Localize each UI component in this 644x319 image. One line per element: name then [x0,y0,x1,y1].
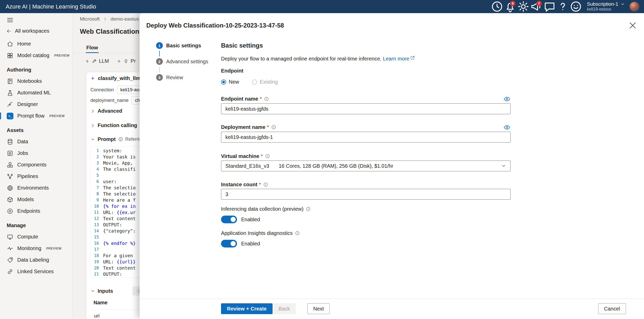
sidebar-item-label: Environments [17,185,49,191]
sidebar-item-jobs[interactable]: Jobs [0,147,72,159]
line-number: 15 [91,234,103,240]
sidebar-item-pipelines[interactable]: Pipelines [0,171,72,182]
learn-more-link[interactable]: Learn more [383,56,415,62]
back-arrow-icon [7,29,11,33]
step-number: 1 [156,42,163,49]
history-icon[interactable] [490,0,504,13]
endpoint-name-input[interactable] [221,103,511,114]
smiley-feedback-icon[interactable] [569,0,582,13]
sidebar-item-notebooks[interactable]: Notebooks [0,75,72,87]
designer-icon [7,101,13,108]
sidebar-nav: HomeModel catalogPREVIEWAuthoringNoteboo… [0,38,72,277]
eye-icon[interactable] [503,95,511,103]
chevron-right-icon [90,123,95,128]
code-text: OUTPUT: [103,222,122,228]
sidebar-item-endpoints[interactable]: Endpoints [0,205,72,217]
notification-badge: 9 [510,1,515,6]
info-icon[interactable] [264,96,269,101]
instance-count-input[interactable] [221,189,511,200]
subscription-switcher[interactable]: Subscription-1 keli19-eastus [587,1,625,12]
tab-flow[interactable]: Flow [86,45,98,53]
radio-new[interactable]: New [221,79,239,85]
wizard-step-review[interactable]: 3Review [156,74,208,81]
topbar-icon-group: 97 [490,0,582,13]
sidebar-item-label: Monitoring [17,245,41,251]
info-icon[interactable] [265,154,270,159]
notebook-icon [7,78,13,85]
sidebar-item-data-labeling[interactable]: Data Labeling [0,254,72,266]
back-button[interactable]: Back [273,303,296,314]
input-row-url: url [94,313,99,319]
line-number: 17 [91,246,103,253]
section-prompt[interactable]: Prompt Referring [90,136,144,142]
sidebar-item-models[interactable]: Models [0,194,72,205]
radio-existing[interactable]: Existing [252,79,278,85]
line-number: 5 [91,172,103,179]
sidebar-item-linked-services[interactable]: Linked Services [0,266,72,277]
footer-divider [140,299,644,299]
review-create-button[interactable]: Review + Create [221,303,273,314]
radio-existing-dot [252,79,257,85]
info-icon[interactable] [295,231,300,236]
settings-icon[interactable] [517,0,530,13]
line-number: 7 [91,185,103,191]
code-text: For a given [103,253,133,259]
sidebar-item-monitoring[interactable]: MonitoringPREVIEW [0,243,72,254]
sidebar-item-environments[interactable]: Environments [0,182,72,194]
line-number: 4 [91,166,103,172]
code-text: Here are a f [103,197,135,203]
chevron-down-icon [90,289,95,293]
components-icon [7,162,13,168]
sidebar-item-home[interactable]: Home [0,38,72,50]
announcements-icon[interactable]: 7 [530,0,543,13]
sidebar-item-automated-ml[interactable]: Automated ML [0,87,72,99]
virtual-machine-dropdown[interactable]: Standard_E16s_v3 16 Cores, 128 GB (RAM),… [221,161,511,171]
sidebar-item-data[interactable]: Data [0,136,72,147]
info-icon[interactable] [271,125,276,130]
breadcrumb-item-microsoft[interactable]: Microsoft [80,16,100,22]
sidebar-item-components[interactable]: Components [0,159,72,171]
step-connector [159,67,160,72]
sidebar-item-label: Endpoints [17,208,40,214]
code-text: user: [103,179,117,185]
line-number: 14 [91,228,103,234]
sidebar-item-label: Jobs [17,150,28,156]
line-number: 2 [91,154,103,160]
info-icon[interactable] [263,182,268,187]
sidebar-item-prompt-flow[interactable]: >_Prompt flowPREVIEW [0,110,72,122]
info-icon[interactable] [306,207,311,211]
info-icon [118,137,123,142]
inputs-toggle[interactable]: Inputs [90,288,113,294]
sidebar-section-manage: Manage [0,217,72,231]
basic-settings-heading: Basic settings [221,42,263,49]
inferencing-toggle[interactable] [221,216,237,223]
deployment-name-input[interactable] [221,132,511,143]
sidebar-item-designer[interactable]: Designer [0,99,72,110]
cancel-button[interactable]: Cancel [598,303,626,314]
section-function-calling[interactable]: Function calling [90,122,137,128]
close-icon[interactable] [628,21,637,30]
add-prompt-button[interactable]: Pr [117,58,136,64]
app-insights-toggle[interactable] [221,240,237,247]
hamburger-menu-icon[interactable] [6,16,14,24]
sidebar-item-label: Notebooks [17,78,42,84]
eye-icon[interactable] [503,124,511,131]
wizard-step-basic-settings[interactable]: 1Basic settings [156,42,208,49]
all-workspaces-back[interactable]: All workspaces [7,28,72,34]
section-advanced-label: Advanced [98,108,122,114]
vm-selected-value: Standard_E16s_v3 [225,163,279,169]
sidebar-item-model-catalog[interactable]: Model catalogPREVIEW [0,50,72,61]
section-advanced[interactable]: Advanced [90,108,122,114]
chevron-right-icon [90,109,95,113]
section-prompt-label: Prompt [98,136,116,142]
endpoint-radio-group: New Existing [221,79,278,85]
next-button[interactable]: Next [307,303,330,314]
feedback-chat-icon[interactable] [543,0,556,13]
breadcrumb-item-workspace[interactable]: demo-eastus [111,16,139,22]
add-llm-button[interactable]: LLM [85,58,109,64]
wizard-step-advanced-settings[interactable]: 2Advanced settings [156,58,208,65]
help-icon[interactable] [556,0,569,13]
sidebar-item-compute[interactable]: Compute [0,231,72,243]
avatar[interactable] [630,2,639,12]
notifications-icon[interactable]: 9 [504,0,517,13]
